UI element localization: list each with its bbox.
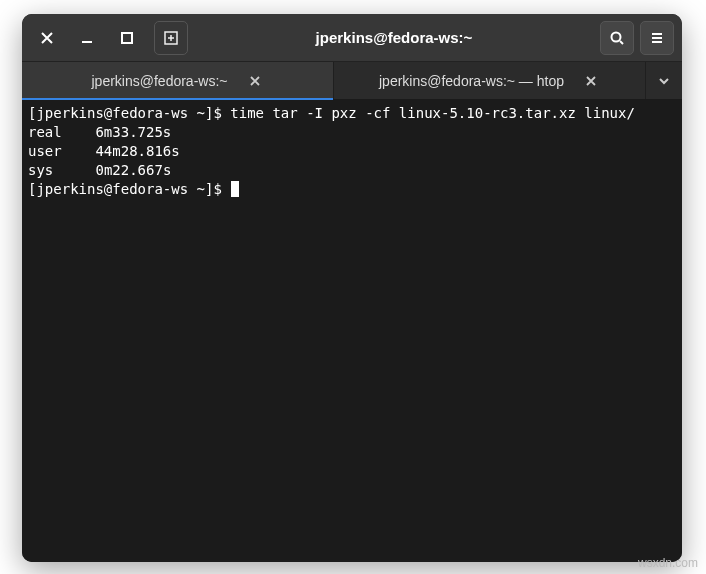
terminal-line: [jperkins@fedora-ws ~]$ time tar -I pxz …	[28, 104, 676, 123]
watermark: wsxdn.com	[638, 556, 698, 570]
tab-close-button[interactable]	[246, 72, 264, 90]
timing-value: 0m22.667s	[95, 162, 171, 178]
svg-rect-0	[122, 33, 132, 43]
tab-dropdown-button[interactable]	[646, 62, 682, 99]
prompt: [jperkins@fedora-ws ~]$	[28, 105, 230, 121]
timing-line-sys: sys 0m22.667s	[28, 161, 676, 180]
prompt: [jperkins@fedora-ws ~]$	[28, 181, 230, 197]
hamburger-icon	[649, 30, 665, 46]
terminal-line: [jperkins@fedora-ws ~]$	[28, 180, 676, 199]
close-icon	[39, 30, 55, 46]
new-tab-button[interactable]	[154, 21, 188, 55]
svg-point-2	[612, 32, 621, 41]
minimize-icon	[79, 30, 95, 46]
timing-value: 6m33.725s	[95, 124, 171, 140]
timing-label: sys	[28, 162, 53, 178]
search-button[interactable]	[600, 21, 634, 55]
close-icon	[249, 75, 261, 87]
tabbar: jperkins@fedora-ws:~ jperkins@fedora-ws:…	[22, 62, 682, 100]
chevron-down-icon	[657, 74, 671, 88]
terminal-window: jperkins@fedora-ws:~ jperkins@fedora-ws:…	[22, 14, 682, 562]
tab-2[interactable]: jperkins@fedora-ws:~ — htop	[334, 62, 646, 99]
timing-label: real	[28, 124, 62, 140]
new-tab-icon	[163, 30, 179, 46]
maximize-window-button[interactable]	[110, 21, 144, 55]
terminal-content[interactable]: [jperkins@fedora-ws ~]$ time tar -I pxz …	[22, 100, 682, 562]
timing-line-real: real 6m33.725s	[28, 123, 676, 142]
timing-label: user	[28, 143, 62, 159]
tab-1[interactable]: jperkins@fedora-ws:~	[22, 62, 334, 99]
timing-value: 44m28.816s	[95, 143, 179, 159]
timing-line-user: user 44m28.816s	[28, 142, 676, 161]
search-icon	[609, 30, 625, 46]
titlebar-right	[600, 21, 674, 55]
tab-label: jperkins@fedora-ws:~ — htop	[379, 73, 564, 89]
close-window-button[interactable]	[30, 21, 64, 55]
maximize-icon	[119, 30, 135, 46]
titlebar: jperkins@fedora-ws:~	[22, 14, 682, 62]
tab-label: jperkins@fedora-ws:~	[92, 73, 228, 89]
minimize-window-button[interactable]	[70, 21, 104, 55]
command-text: time tar -I pxz -cf linux-5.10-rc3.tar.x…	[230, 105, 635, 121]
menu-button[interactable]	[640, 21, 674, 55]
window-title: jperkins@fedora-ws:~	[194, 29, 594, 46]
tab-close-button[interactable]	[582, 72, 600, 90]
terminal-cursor	[231, 181, 239, 197]
close-icon	[585, 75, 597, 87]
